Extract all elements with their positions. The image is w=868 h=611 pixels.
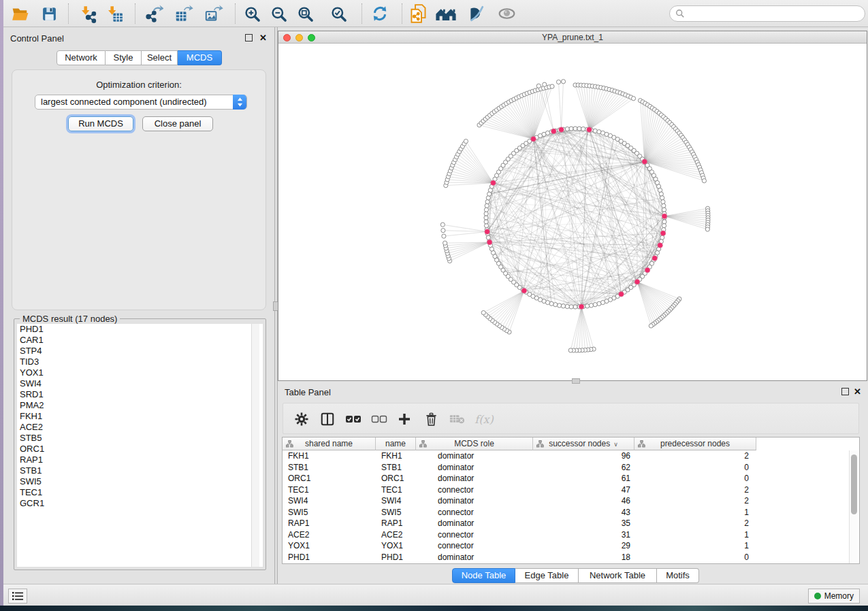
column-header-predecessor-nodes[interactable]: predecessor nodes bbox=[634, 437, 756, 450]
network-node[interactable] bbox=[573, 127, 577, 131]
mcds-node[interactable] bbox=[662, 214, 667, 219]
tab-style[interactable]: Style bbox=[106, 50, 142, 65]
tab-mcds[interactable]: MCDS bbox=[178, 50, 222, 65]
select-all-button[interactable] bbox=[344, 410, 362, 428]
tab-motifs[interactable]: Motifs bbox=[657, 568, 699, 583]
network-node[interactable] bbox=[484, 208, 488, 212]
mcds-node[interactable] bbox=[559, 127, 564, 133]
tab-select[interactable]: Select bbox=[142, 50, 178, 65]
zoom-out-button[interactable] bbox=[268, 4, 289, 23]
mcds-result-item[interactable]: ORC1 bbox=[17, 444, 263, 455]
network-node[interactable] bbox=[589, 303, 593, 308]
network-node[interactable] bbox=[662, 203, 666, 208]
network-node[interactable] bbox=[486, 235, 490, 240]
network-window-titlebar[interactable]: YPA_prune.txt_1 bbox=[278, 31, 867, 44]
mcds-result-item[interactable]: STP4 bbox=[17, 346, 263, 357]
run-mcds-button[interactable]: Run MCDS bbox=[68, 116, 133, 131]
mcds-node[interactable] bbox=[531, 137, 536, 142]
network-node[interactable] bbox=[662, 220, 666, 224]
network-node[interactable] bbox=[558, 303, 562, 308]
network-node[interactable] bbox=[631, 97, 635, 101]
table-row[interactable]: SWI4SWI4dominator462 bbox=[283, 495, 849, 507]
search-input[interactable] bbox=[685, 7, 865, 20]
mcds-list-scrollbar[interactable] bbox=[251, 324, 259, 567]
mcds-result-item[interactable]: PMA2 bbox=[17, 400, 263, 411]
settings-gear-button[interactable] bbox=[293, 410, 310, 428]
network-node[interactable] bbox=[568, 348, 573, 352]
tab-node-table[interactable]: Node Table bbox=[452, 568, 515, 583]
table-row[interactable]: PHD1PHD1dominator180 bbox=[283, 552, 849, 563]
mcds-node[interactable] bbox=[619, 292, 624, 297]
close-panel-icon[interactable]: ✕ bbox=[854, 386, 861, 397]
mcds-result-item[interactable]: CAR1 bbox=[17, 335, 263, 346]
mcds-result-item[interactable]: STB1 bbox=[17, 465, 263, 476]
mcds-result-item[interactable]: STB5 bbox=[17, 433, 263, 444]
zoom-fit-button[interactable] bbox=[295, 4, 315, 23]
network-node[interactable] bbox=[485, 200, 489, 204]
function-builder-button[interactable]: f(x) bbox=[472, 410, 496, 428]
network-node[interactable] bbox=[484, 216, 488, 220]
network-node[interactable] bbox=[484, 220, 488, 224]
network-node[interactable] bbox=[593, 129, 597, 133]
network-node[interactable] bbox=[561, 80, 565, 84]
mcds-node[interactable] bbox=[587, 127, 592, 133]
float-window-icon[interactable] bbox=[841, 388, 849, 395]
hide-graphics-details-button[interactable] bbox=[466, 4, 486, 23]
network-node[interactable] bbox=[705, 227, 709, 231]
column-header-successor-nodes[interactable]: successor nodes∨ bbox=[533, 437, 634, 450]
network-node[interactable] bbox=[561, 304, 565, 308]
network-node[interactable] bbox=[660, 196, 664, 200]
memory-button[interactable]: Memory bbox=[808, 589, 860, 604]
mcds-node[interactable] bbox=[491, 180, 496, 186]
network-node[interactable] bbox=[553, 303, 558, 307]
close-panel-icon[interactable]: ✕ bbox=[259, 33, 267, 43]
mcds-result-item[interactable]: ACE2 bbox=[17, 422, 263, 433]
refresh-layout-button[interactable] bbox=[370, 4, 390, 23]
zoom-in-button[interactable] bbox=[242, 4, 262, 23]
mcds-result-item[interactable]: YOX1 bbox=[17, 367, 263, 378]
mcds-result-item[interactable]: SWI4 bbox=[17, 378, 263, 389]
tab-network[interactable]: Network bbox=[57, 50, 106, 65]
table-scrollbar[interactable] bbox=[849, 450, 858, 563]
mcds-node[interactable] bbox=[634, 279, 640, 284]
network-node[interactable] bbox=[662, 208, 666, 212]
mcds-result-item[interactable]: FKH1 bbox=[17, 411, 263, 422]
network-node[interactable] bbox=[442, 234, 446, 238]
show-graphics-details-button[interactable] bbox=[496, 4, 517, 23]
network-node[interactable] bbox=[556, 80, 560, 84]
table-row[interactable]: RAP1RAP1dominator352 bbox=[283, 518, 849, 529]
table-row[interactable]: ACE2ACE2connector311 bbox=[283, 529, 849, 541]
deselect-all-button[interactable] bbox=[370, 410, 388, 428]
mcds-result-list[interactable]: PHD1CAR1STP4TID3YOX1SWI4SRD1PMA2FKH1ACE2… bbox=[17, 324, 263, 567]
mcds-node[interactable] bbox=[660, 231, 666, 236]
mcds-node[interactable] bbox=[521, 288, 527, 294]
column-layout-button[interactable] bbox=[319, 410, 336, 428]
table-row[interactable]: SWI5SWI5connector431 bbox=[283, 507, 849, 518]
table-scrollbar-thumb[interactable] bbox=[851, 455, 857, 514]
close-panel-button[interactable]: Close panel bbox=[142, 116, 213, 131]
mcds-result-item[interactable]: RAP1 bbox=[17, 455, 263, 465]
network-node[interactable] bbox=[661, 200, 665, 204]
mcds-result-item[interactable]: TEC1 bbox=[17, 487, 263, 498]
network-node[interactable] bbox=[550, 84, 554, 88]
column-header-name[interactable]: name bbox=[376, 437, 416, 450]
network-node[interactable] bbox=[597, 301, 601, 306]
network-node[interactable] bbox=[443, 241, 447, 245]
network-canvas[interactable] bbox=[278, 44, 867, 380]
mcds-node[interactable] bbox=[485, 229, 490, 235]
mcds-node[interactable] bbox=[658, 243, 663, 248]
network-node[interactable] bbox=[581, 127, 585, 131]
table-row[interactable]: FKH1FKH1dominator962 bbox=[283, 450, 849, 462]
network-node[interactable] bbox=[565, 127, 569, 131]
column-header-MCDS-role[interactable]: MCDS role bbox=[416, 437, 533, 450]
task-history-button[interactable] bbox=[8, 589, 27, 604]
network-node[interactable] bbox=[662, 224, 666, 228]
network-node[interactable] bbox=[464, 139, 468, 144]
network-node[interactable] bbox=[569, 305, 573, 309]
network-node[interactable] bbox=[577, 127, 581, 131]
mcds-result-item[interactable]: TID3 bbox=[17, 357, 263, 367]
import-table-button[interactable] bbox=[103, 4, 124, 23]
network-node[interactable] bbox=[440, 222, 445, 227]
network-node[interactable] bbox=[649, 324, 653, 328]
export-image-button[interactable] bbox=[204, 4, 224, 23]
